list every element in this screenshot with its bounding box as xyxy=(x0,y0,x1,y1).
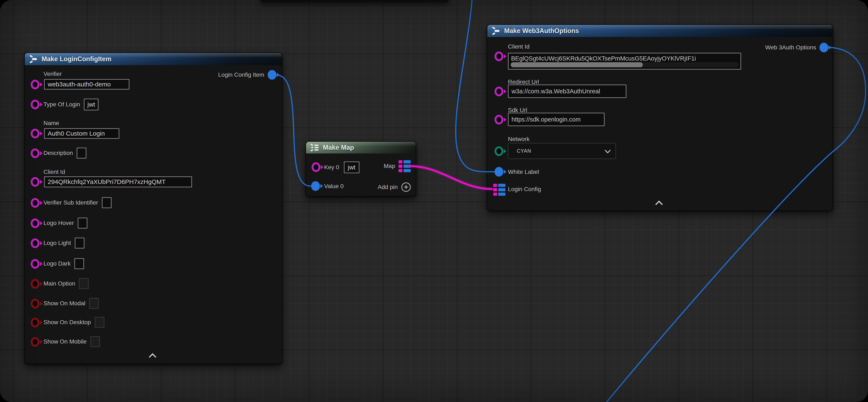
node-header[interactable]: Make LoginConfigItem xyxy=(25,53,282,65)
show-on-desktop-checkbox[interactable] xyxy=(95,317,104,328)
show-on-mobile-pin[interactable] xyxy=(31,337,39,347)
value-0-pin[interactable] xyxy=(311,181,320,191)
login-config-item-output-label: Login Config Item xyxy=(218,71,264,78)
wire-map-to-login-config[interactable] xyxy=(410,166,492,189)
client-id-input[interactable]: BEglQSgt4cUWcj6SKRdu5QkOXTsePmMcusG5EAoy… xyxy=(508,53,741,69)
show-on-modal-pin[interactable] xyxy=(31,299,39,309)
node-header[interactable]: Make Web3AuthOptions xyxy=(487,25,833,37)
add-pin-icon[interactable]: + xyxy=(401,182,411,192)
verifier-label: Verifier xyxy=(43,70,62,77)
name-pin[interactable] xyxy=(31,129,39,138)
network-dropdown[interactable]: CYAN xyxy=(508,143,616,159)
logo-dark-pin[interactable] xyxy=(31,259,39,269)
logo-hover-pin[interactable] xyxy=(31,219,39,228)
name-input[interactable]: Auth0 Custom Login xyxy=(44,128,119,139)
main-option-label: Main Option xyxy=(43,280,75,287)
sdk-url-input[interactable]: https://sdk.openlogin.com xyxy=(508,113,604,126)
add-pin-button[interactable]: Add pin + xyxy=(378,182,411,192)
node-title: Make LoginConfigItem xyxy=(41,55,111,63)
chevron-up-icon xyxy=(149,353,156,361)
show-on-mobile-label: Show On Mobile xyxy=(43,338,87,345)
chevron-up-icon xyxy=(655,201,663,208)
offscreen-node-sliver[interactable] xyxy=(260,0,449,2)
add-pin-label: Add pin xyxy=(378,184,398,191)
client-id-label: Client Id xyxy=(508,43,530,50)
collapse-chevron-button[interactable] xyxy=(654,200,666,207)
login-config-label: Login Config xyxy=(508,186,541,193)
node-make-map[interactable]: Make Map Key 0 jwt Map Value 0 Add pin + xyxy=(306,141,416,196)
logo-hover-input[interactable] xyxy=(78,218,87,229)
description-input[interactable] xyxy=(77,148,86,159)
node-header[interactable]: Make Map xyxy=(306,142,416,153)
verifier-input[interactable]: web3auth-auth0-demo xyxy=(44,79,129,90)
network-label: Network xyxy=(508,136,530,143)
main-option-checkbox[interactable] xyxy=(79,278,89,289)
show-on-modal-label: Show On Modal xyxy=(43,300,85,307)
type-of-login-input[interactable]: jwt xyxy=(84,98,98,110)
logo-light-label: Logo Light xyxy=(43,240,71,247)
value-0-label: Value 0 xyxy=(324,183,344,190)
show-on-mobile-checkbox[interactable] xyxy=(90,336,100,347)
key-0-label: Key 0 xyxy=(324,164,339,171)
white-label-pin[interactable] xyxy=(495,167,503,177)
show-on-desktop-pin[interactable] xyxy=(31,318,39,327)
login-config-item-output-pin[interactable] xyxy=(268,70,276,80)
verifier-pin[interactable] xyxy=(31,80,39,89)
logo-dark-label: Logo Dark xyxy=(43,260,70,267)
client-id-value: BEglQSgt4cUWcj6SKRdu5QkOXTsePmMcusG5EAoy… xyxy=(511,55,739,62)
description-pin[interactable] xyxy=(31,148,39,158)
client-id-scrollbar[interactable] xyxy=(511,62,738,67)
name-label: Name xyxy=(43,120,59,126)
node-make-web3auth-options[interactable]: Make Web3AuthOptions Client Id Web 3Auth… xyxy=(487,24,833,211)
web3auth-options-output-pin[interactable] xyxy=(819,43,828,52)
client-id-pin[interactable] xyxy=(31,177,39,187)
node-title: Make Map xyxy=(323,144,354,151)
show-on-desktop-label: Show On Desktop xyxy=(43,319,91,326)
main-option-pin[interactable] xyxy=(31,279,39,289)
description-label: Description xyxy=(43,150,73,156)
map-output-label: Map xyxy=(384,163,395,169)
scrollbar-thumb[interactable] xyxy=(511,62,643,67)
network-selected-value: CYAN xyxy=(517,148,531,154)
make-struct-icon xyxy=(29,54,38,64)
network-pin[interactable] xyxy=(495,146,503,156)
sdk-url-pin[interactable] xyxy=(495,115,503,124)
type-of-login-label: Type Of Login xyxy=(43,101,80,108)
white-label-label: White Label xyxy=(508,169,539,175)
client-id-label: Client Id xyxy=(43,169,65,175)
type-of-login-pin[interactable] xyxy=(31,100,39,109)
logo-light-pin[interactable] xyxy=(31,238,39,248)
make-struct-icon xyxy=(491,26,501,36)
redirect-url-pin[interactable] xyxy=(495,87,503,96)
show-on-modal-checkbox[interactable] xyxy=(89,298,99,309)
verifier-sub-identifier-pin[interactable] xyxy=(31,198,39,208)
chevron-down-icon xyxy=(605,147,611,153)
key-0-input[interactable]: jwt xyxy=(344,162,360,173)
node-title: Make Web3AuthOptions xyxy=(504,27,579,35)
client-id-pin[interactable] xyxy=(495,52,503,61)
client-id-input[interactable]: 294QRkchfq2YaXUbPri7D6PH7xzHgQMT xyxy=(44,176,192,187)
graph-canvas[interactable]: Make LoginConfigItem Verifier Login Conf… xyxy=(0,0,868,402)
logo-hover-label: Logo Hover xyxy=(43,220,74,226)
verifier-sub-identifier-input[interactable] xyxy=(102,197,112,208)
web3auth-options-output-label: Web 3Auth Options xyxy=(765,44,816,51)
collapse-chevron-button[interactable] xyxy=(147,352,160,360)
make-map-icon xyxy=(310,143,319,152)
login-config-pin[interactable] xyxy=(493,184,505,196)
node-make-login-config-item[interactable]: Make LoginConfigItem Verifier Login Conf… xyxy=(24,53,282,364)
verifier-sub-identifier-label: Verifier Sub Identifier xyxy=(43,199,98,206)
key-0-pin[interactable] xyxy=(312,162,320,172)
logo-dark-input[interactable] xyxy=(74,258,84,269)
redirect-url-input[interactable]: w3a://com.w3a.Web3AuthUnreal xyxy=(508,85,626,98)
logo-light-input[interactable] xyxy=(75,237,85,249)
